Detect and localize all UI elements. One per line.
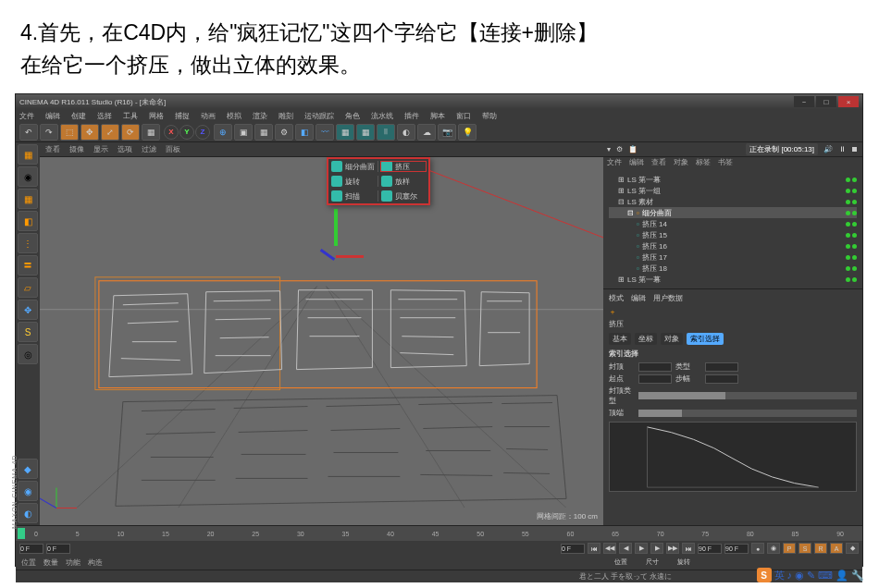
render-icon[interactable]: ▣ — [234, 124, 253, 141]
falloff-graph[interactable] — [609, 422, 857, 492]
undo-icon[interactable]: ↶ — [19, 124, 38, 141]
menu-select[interactable]: 选择 — [97, 111, 112, 121]
menu-sculpt[interactable]: 雕刻 — [279, 111, 293, 121]
select-tool-icon[interactable]: ⬚ — [60, 124, 79, 141]
mat-tab-qty[interactable]: 数量 — [43, 557, 58, 569]
spline-icon[interactable]: 〰 — [316, 124, 334, 141]
foot-icon-3[interactable]: ◉ — [795, 570, 804, 582]
scale-tool-icon[interactable]: ⤢ — [101, 124, 119, 141]
foot-icon-2[interactable]: ♪ — [787, 570, 793, 581]
popup-sweep[interactable]: 扫描 — [328, 190, 378, 202]
tl-next-frame-icon[interactable]: ▶ — [650, 543, 663, 554]
axis-mode-icon[interactable]: ✥ — [18, 300, 38, 320]
foot-icon-6[interactable]: 👤 — [836, 570, 848, 582]
viewport[interactable]: 细分曲面 挤压 旋转 放样 扫描 贝塞尔 网格间距：10 — [40, 157, 603, 525]
playhead[interactable] — [18, 528, 25, 539]
minimize-button[interactable]: － — [794, 96, 814, 107]
menu-create[interactable]: 创建 — [71, 111, 86, 121]
tl-prev-key-icon[interactable]: ◀◀ — [603, 543, 616, 554]
viewport-solo-icon[interactable]: ◎ — [18, 344, 38, 364]
mat-tab-pos[interactable]: 位置 — [21, 557, 36, 569]
tl-cur[interactable] — [561, 544, 585, 554]
start-input[interactable] — [638, 374, 672, 384]
redo-icon[interactable]: ↷ — [40, 124, 58, 141]
menu-script[interactable]: 脚本 — [430, 111, 445, 121]
make-editable-icon[interactable]: ▦ — [18, 144, 38, 165]
tl-start-a[interactable] — [19, 544, 43, 554]
tl-goto-start-icon[interactable]: ⏮ — [588, 543, 600, 554]
popup-lathe[interactable]: 旋转 — [328, 176, 378, 187]
axis-y[interactable]: Y — [180, 125, 194, 140]
foot-icon-4[interactable]: ✎ — [807, 570, 815, 582]
obj-tab-file[interactable]: 文件 — [607, 157, 622, 170]
coord-system-icon[interactable]: ⊕ — [214, 124, 232, 141]
menu-file[interactable]: 文件 — [19, 111, 34, 121]
workplane-icon[interactable]: ◧ — [18, 211, 38, 231]
foot-icon-7[interactable]: 🔧 — [851, 570, 864, 582]
popup-loft[interactable]: 放样 — [378, 176, 428, 187]
tl-key-rot-icon[interactable]: R — [814, 543, 827, 554]
attr-subtab-basic[interactable]: 基本 — [609, 333, 631, 345]
obj-tab-objects[interactable]: 对象 — [674, 157, 688, 170]
gizmo-y-axis[interactable] — [334, 209, 338, 246]
tl-end-a[interactable] — [698, 544, 722, 554]
tl-next-key-icon[interactable]: ▶▶ — [666, 543, 679, 554]
foot-icon-5[interactable]: ⌨ — [818, 570, 833, 582]
obj-tab-tags[interactable]: 标签 — [696, 157, 711, 170]
attr-tab-edit[interactable]: 编辑 — [631, 293, 646, 303]
edge-mode-icon[interactable]: 〓 — [18, 255, 38, 276]
menu-edit[interactable]: 编辑 — [45, 111, 60, 121]
menu-help[interactable]: 帮助 — [482, 111, 497, 121]
obj-tab-edit[interactable]: 编辑 — [629, 157, 644, 170]
tl-prev-frame-icon[interactable]: ◀ — [619, 543, 632, 554]
vp-options[interactable]: 选项 — [118, 144, 132, 154]
cap-slider[interactable] — [638, 392, 857, 399]
menu-snap[interactable]: 捕捉 — [175, 111, 190, 121]
vp-filter[interactable]: 过滤 — [142, 144, 156, 154]
menu-window[interactable]: 窗口 — [456, 111, 471, 121]
tl-goto-end-icon[interactable]: ⏭ — [682, 543, 695, 554]
render-region-icon[interactable]: ▦ — [254, 124, 273, 141]
tl-key-scale-icon[interactable]: S — [799, 543, 811, 554]
close-button[interactable]: × — [838, 96, 859, 107]
gizmo-x-axis[interactable] — [336, 255, 364, 258]
attr-add-button[interactable]: ＋ — [609, 307, 857, 317]
menu-character[interactable]: 角色 — [345, 111, 360, 121]
popup-bezier[interactable]: 贝塞尔 — [378, 190, 428, 202]
axis-z[interactable]: Z — [195, 125, 210, 140]
tl-record-icon[interactable]: ● — [751, 543, 764, 554]
transform-gizmo[interactable] — [317, 209, 354, 283]
popup-subdivision-surface[interactable]: 细分曲面 — [328, 161, 378, 172]
model-mode-icon[interactable]: ◉ — [18, 166, 38, 187]
vp-panel[interactable]: 面板 — [166, 144, 180, 154]
rotate-tool-icon[interactable]: ⟳ — [121, 124, 140, 141]
vp-camera[interactable]: 摄像 — [69, 144, 84, 154]
tweak-icon[interactable]: ◆ — [18, 459, 38, 479]
menu-tools[interactable]: 工具 — [123, 111, 138, 121]
menu-render[interactable]: 渲染 — [253, 111, 267, 121]
tl-end-b[interactable] — [724, 544, 749, 554]
obj-tab-bookmarks[interactable]: 书签 — [718, 157, 733, 170]
texture-mode-icon[interactable]: ▦ — [18, 189, 38, 209]
array-icon[interactable]: ⫴ — [377, 124, 395, 141]
environment-icon[interactable]: ☁ — [417, 124, 436, 141]
menu-animate[interactable]: 动画 — [201, 111, 216, 121]
tl-key-pla-icon[interactable]: ◆ — [846, 543, 859, 554]
attr-tab-userdata[interactable]: 用户数据 — [653, 293, 683, 303]
soft-select-icon[interactable]: ◉ — [18, 481, 38, 501]
menu-plugins[interactable]: 插件 — [404, 111, 419, 121]
timeline-track[interactable]: 0510 152025 303540 455055 606570 758085 … — [16, 526, 862, 541]
point-mode-icon[interactable]: ⋮ — [18, 233, 38, 253]
axis-x[interactable]: X — [164, 125, 179, 140]
top-slider[interactable] — [638, 410, 857, 417]
menu-mesh[interactable]: 网格 — [149, 111, 164, 121]
render-settings-icon[interactable]: ⚙ — [275, 124, 293, 141]
attr-subtab-object[interactable]: 对象 — [661, 333, 683, 345]
move-tool-icon[interactable]: ✥ — [80, 124, 99, 141]
mat-tab-func[interactable]: 功能 — [66, 557, 80, 569]
light-icon[interactable]: 💡 — [458, 124, 477, 141]
attr-subtab-caps-active[interactable]: 索引选择 — [687, 333, 724, 345]
tl-key-pos-icon[interactable]: P — [783, 543, 796, 554]
object-manager[interactable]: ⊞LS 第一幕 ⊞LS 第一组 ⊟LS 素材 ⊟▫细分曲面 ▫挤压 14 ▫挤压… — [603, 170, 862, 289]
mat-tab-build[interactable]: 构造 — [88, 557, 103, 569]
